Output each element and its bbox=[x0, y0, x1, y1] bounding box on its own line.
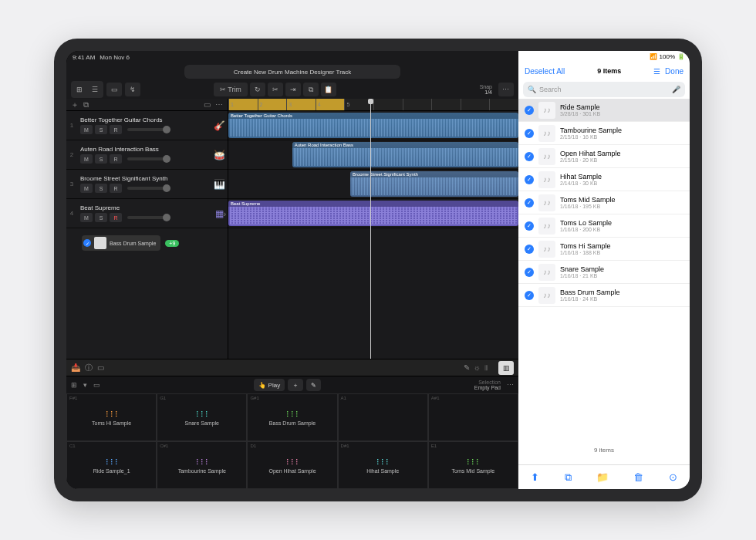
keyboard-button[interactable]: ▥ bbox=[498, 361, 514, 375]
drum-pad[interactable]: E1 ⫶⫶⫶ Toms Mid Sample bbox=[428, 441, 518, 489]
gear-icon[interactable]: ☼ bbox=[474, 363, 481, 373]
instrument-icon[interactable]: 🎹 bbox=[211, 170, 228, 198]
region[interactable]: Better Together Guitar Chords bbox=[228, 113, 518, 138]
folder-icon[interactable]: 📁 bbox=[596, 471, 609, 483]
checkbox-icon[interactable]: ✓ bbox=[525, 106, 534, 115]
file-row[interactable]: ✓ ♪♪ Snare Sample 1/16/18 · 21 KB bbox=[518, 261, 690, 284]
timeline-row[interactable]: Beat Supreme bbox=[228, 199, 518, 228]
file-row[interactable]: ✓ ♪♪ Open Hihat Sample 2/15/18 · 20 KB bbox=[518, 145, 690, 168]
playhead[interactable] bbox=[370, 99, 371, 359]
drum-pad[interactable]: A#1 bbox=[428, 393, 518, 441]
solo-button[interactable]: S bbox=[95, 213, 107, 222]
volume-slider[interactable] bbox=[127, 187, 170, 190]
add-pad-button[interactable]: ＋ bbox=[288, 379, 303, 391]
timeline-row[interactable]: Auten Road Interaction Bass bbox=[228, 140, 518, 170]
track-header[interactable]: 1 Better Together Guitar Chords M S R 🎸 bbox=[66, 111, 228, 140]
snap-indicator[interactable]: Snap 1/4 bbox=[480, 84, 495, 95]
copy-button[interactable]: ⧉ bbox=[303, 83, 319, 96]
file-row[interactable]: ✓ ♪♪ Toms Lo Sample 1/16/18 · 200 KB bbox=[518, 214, 690, 238]
search-field[interactable]: 🔍 Search 🎤 bbox=[523, 82, 685, 97]
file-row[interactable]: ✓ ♪♪ Tambourine Sample 2/15/18 · 16 KB bbox=[518, 122, 690, 145]
duplicate-icon[interactable]: ⧉ bbox=[565, 471, 572, 484]
file-row[interactable]: ✓ ♪♪ Toms Hi Sample 1/16/18 · 188 KB bbox=[518, 238, 690, 261]
deselect-all-button[interactable]: Deselect All bbox=[525, 67, 565, 76]
edit-pad-button[interactable]: ✎ bbox=[306, 379, 321, 391]
drum-pad[interactable]: G1 ⫶⫶⫶ Snare Sample bbox=[157, 393, 247, 441]
timeline-row[interactable]: Better Together Guitar Chords bbox=[228, 111, 518, 140]
expand-icon[interactable]: › bbox=[224, 209, 226, 218]
volume-slider[interactable] bbox=[127, 128, 170, 131]
region[interactable]: Broome Street Significant Synth bbox=[350, 171, 518, 197]
share-icon[interactable]: ⬆ bbox=[531, 471, 539, 483]
mic-icon[interactable]: 🎤 bbox=[672, 86, 680, 93]
join-button[interactable]: ⇥ bbox=[285, 83, 301, 96]
file-row[interactable]: ✓ ♪♪ Bass Drum Sample 1/16/18 · 24 KB bbox=[518, 284, 690, 307]
ruler-segment[interactable]: 1 bbox=[228, 99, 258, 110]
chevron-down-icon[interactable]: ▾ bbox=[83, 381, 87, 389]
ruler-segment[interactable]: 4 bbox=[316, 99, 345, 110]
checkbox-icon[interactable]: ✓ bbox=[525, 268, 534, 277]
drum-pad[interactable]: A1 bbox=[338, 393, 428, 441]
mute-button[interactable]: M bbox=[80, 184, 93, 193]
duplicate-track-button[interactable]: ⧉ bbox=[83, 100, 89, 110]
grid-icon[interactable]: ⊞ bbox=[71, 381, 77, 389]
automation-button[interactable]: ↯ bbox=[125, 83, 140, 96]
track-more-button[interactable]: ⋯ bbox=[215, 100, 223, 109]
region[interactable]: Beat Supreme bbox=[228, 201, 518, 226]
mute-button[interactable]: M bbox=[80, 125, 93, 134]
drum-pad[interactable]: C#1 ⫶⫶⫶ Tambourine Sample bbox=[157, 441, 247, 489]
timeline[interactable]: 12345 Better Together Guitar Chords Aute… bbox=[228, 99, 518, 359]
track-header[interactable]: 3 Broome Street Significant Synth M S R … bbox=[66, 170, 228, 199]
list-view-button[interactable]: ☰ bbox=[88, 83, 102, 96]
drum-more-button[interactable]: ⋯ bbox=[507, 381, 514, 389]
solo-button[interactable]: S bbox=[95, 125, 107, 134]
cut-tool-button[interactable]: ✂ bbox=[268, 83, 283, 96]
mute-button[interactable]: M bbox=[80, 154, 93, 164]
loop-button[interactable]: ↻ bbox=[250, 83, 265, 96]
file-row[interactable]: ✓ ♪♪ Toms Mid Sample 1/16/18 · 195 KB bbox=[518, 191, 690, 214]
solo-button[interactable]: S bbox=[95, 154, 107, 164]
region[interactable]: Auten Road Interaction Bass bbox=[292, 142, 518, 167]
volume-slider[interactable] bbox=[127, 216, 170, 219]
mute-button[interactable]: M bbox=[80, 213, 93, 222]
record-button[interactable]: R bbox=[110, 125, 122, 134]
volume-slider[interactable] bbox=[127, 157, 170, 160]
file-list[interactable]: ✓ ♪♪ Ride Sample 3/28/18 · 301 KB ✓ ♪♪ T… bbox=[518, 99, 690, 436]
sliders-icon[interactable]: ⫴ bbox=[484, 363, 488, 373]
timeline-row[interactable]: Broome Street Significant Synth bbox=[228, 170, 518, 199]
drum-pad[interactable]: D1 ⫶⫶⫶ Open Hihat Sample bbox=[247, 441, 337, 489]
drum-pad[interactable]: C1 ⫶⫶⫶ Ride Sample_1 bbox=[66, 441, 157, 489]
trim-tool-button[interactable]: ✂ Trim bbox=[214, 83, 248, 96]
panel-icon[interactable]: ▭ bbox=[97, 363, 104, 372]
file-row[interactable]: ✓ ♪♪ Ride Sample 3/28/18 · 301 KB bbox=[518, 99, 690, 122]
add-track-button[interactable]: ＋ bbox=[71, 100, 79, 110]
drum-pad[interactable]: F#1 ⫶⫶⫶ Toms Hi Sample bbox=[66, 393, 157, 441]
track-panel-button[interactable]: ▭ bbox=[204, 100, 211, 109]
track-header[interactable]: 4 Beat Supreme M S R ▦ › bbox=[66, 199, 228, 228]
grid-view-button[interactable]: ⊞ bbox=[73, 83, 86, 96]
record-button[interactable]: R bbox=[110, 154, 122, 164]
checkbox-icon[interactable]: ✓ bbox=[525, 129, 534, 138]
file-row[interactable]: ✓ ♪♪ Hihat Sample 2/14/18 · 30 KB bbox=[518, 168, 690, 191]
pencil-icon[interactable]: ✎ bbox=[464, 363, 470, 373]
checkbox-icon[interactable]: ✓ bbox=[525, 152, 534, 161]
ruler-segment[interactable]: 2 bbox=[258, 99, 287, 110]
record-button[interactable]: R bbox=[110, 213, 122, 222]
checkbox-icon[interactable]: ✓ bbox=[525, 221, 534, 231]
panel-icon[interactable]: ▭ bbox=[93, 381, 100, 389]
track-header[interactable]: 2 Auten Road Interaction Bass M S R 🥁 bbox=[66, 140, 228, 170]
drum-pad[interactable]: D#1 ⫶⫶⫶ Hihat Sample bbox=[338, 441, 428, 489]
checkbox-icon[interactable]: ✓ bbox=[525, 245, 534, 254]
more-button[interactable]: ⋯ bbox=[498, 83, 514, 96]
ruler-segment[interactable]: 3 bbox=[286, 99, 316, 110]
checkbox-icon[interactable]: ✓ bbox=[525, 291, 534, 300]
instrument-icon[interactable]: 🥁 bbox=[211, 140, 228, 169]
more-icon[interactable]: ⊙ bbox=[669, 471, 677, 483]
drum-pad[interactable]: G#1 ⫶⫶⫶ Bass Drum Sample bbox=[247, 393, 337, 441]
paste-button[interactable]: 📋 bbox=[321, 83, 336, 96]
info-icon[interactable]: ⓘ bbox=[85, 363, 93, 373]
library-icon[interactable]: 📥 bbox=[71, 363, 80, 372]
panel-button[interactable]: ▭ bbox=[106, 83, 122, 96]
drop-zone[interactable]: ✓ Bass Drum Sample +9 bbox=[66, 228, 228, 258]
solo-button[interactable]: S bbox=[95, 184, 107, 193]
